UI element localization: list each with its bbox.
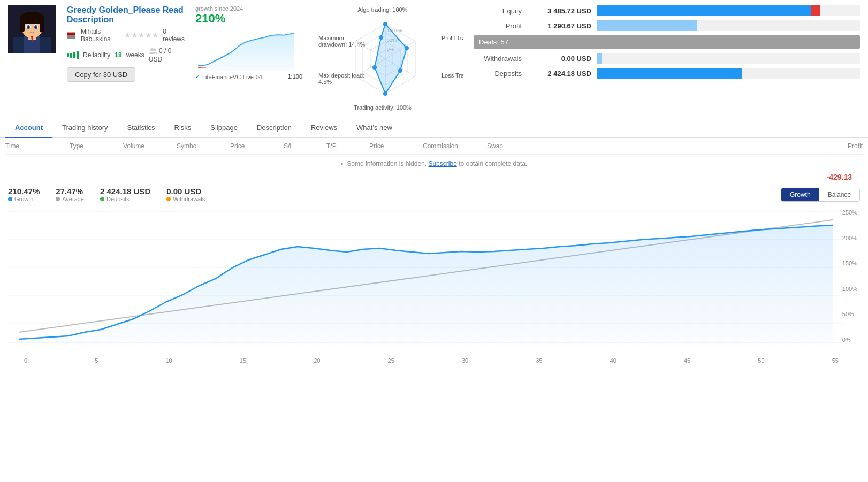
average-dot (56, 197, 60, 201)
chart-stat-withdrawals: 0.00 USD Withdrawals (166, 187, 205, 202)
average-label-text: Average (62, 196, 84, 202)
growth-toggle-button[interactable]: Growth (781, 188, 819, 201)
tab-risks[interactable]: Risks (165, 118, 201, 138)
col-header-tp: T/P (326, 142, 369, 150)
chart-stat-growth: 210.47% Growth (8, 187, 40, 202)
col-header-volume: Volume (123, 142, 177, 150)
profit-label: Profit (474, 22, 522, 30)
tabs-bar: Account Trading history Statistics Risks… (0, 118, 868, 138)
profit-row: Profit 1 290.67 USD (474, 20, 860, 31)
hidden-info-row: ▪ Some information is hidden. Subscribe … (5, 155, 863, 173)
tab-whats-new[interactable]: What's new (347, 118, 402, 138)
svg-point-40 (372, 65, 377, 70)
svg-text:Maximum: Maximum (318, 35, 344, 41)
svg-point-41 (379, 35, 383, 40)
deposits-bar (597, 68, 860, 79)
equity-bar (597, 5, 860, 16)
svg-point-13 (28, 26, 29, 28)
svg-text:Trading activity: 100%: Trading activity: 100% (354, 104, 412, 111)
radar-chart-section: Algo trading: 100% Profit Trades: 66.7% … (313, 5, 463, 112)
growth-label-text: Growth (14, 196, 33, 202)
col-header-price2: Price (369, 142, 423, 150)
deals-label: Deals: 57 (479, 38, 508, 46)
avatar (8, 5, 56, 53)
tab-reviews[interactable]: Reviews (301, 118, 347, 138)
tab-slippage[interactable]: Slippage (201, 118, 247, 138)
col-header-sl: S/L (284, 142, 326, 150)
subscribe-link[interactable]: Subscribe (428, 160, 456, 167)
col-header-time: Time (5, 142, 70, 150)
svg-rect-7 (20, 19, 25, 32)
tab-trading-history[interactable]: Trading history (52, 118, 118, 138)
chart-stat-average: 27.47% Average (56, 187, 84, 202)
subscribe-suffix: to obtain complete data. (459, 160, 527, 167)
svg-point-15 (150, 48, 154, 51)
col-header-type: Type (70, 142, 123, 150)
svg-rect-8 (40, 19, 44, 32)
withdrawals-bar (597, 53, 860, 64)
reliability-label: Reliability (83, 51, 110, 59)
stats-panel: Equity 3 485.72 USD Profit 1 290.67 USD … (474, 5, 860, 83)
header-info: Greedy Golden_Please Read Description Mi… (67, 5, 185, 82)
reliability-row: Reliability 18 weeks 0 / 0 USD (67, 47, 185, 63)
profit-value: 1 290.67 USD (527, 22, 591, 30)
deposits-dot (100, 197, 104, 201)
svg-text:drawdown: 14.4%: drawdown: 14.4% (318, 41, 366, 48)
radar-chart: Algo trading: 100% Profit Trades: 66.7% … (313, 5, 463, 112)
balance-toggle-button[interactable]: Balance (819, 188, 859, 201)
copy-button[interactable]: Copy for 30 USD (67, 67, 135, 82)
tab-account[interactable]: Account (5, 118, 52, 138)
reviews-count: 0 reviews (163, 28, 185, 43)
meta-row: Mihails Babuskins ★ ★ ★ ★ ★ 0 reviews (67, 28, 185, 43)
table-section: Time Type Volume Symbol Price S/L T/P Pr… (0, 138, 868, 181)
col-header-price: Price (230, 142, 284, 150)
svg-text:Profit Trades: 66.7%: Profit Trades: 66.7% (441, 35, 463, 41)
hidden-message: Some information is hidden. (347, 160, 427, 167)
balance-display: 0 / 0 USD (149, 47, 185, 63)
people-icon (149, 47, 157, 56)
equity-label: Equity (474, 7, 522, 15)
top-section: Greedy Golden_Please Read Description Mi… (0, 0, 868, 118)
weeks-label: weeks (126, 51, 144, 59)
deposits-label: Deposits (474, 70, 522, 78)
growth-since-label: growth since 2024 (195, 5, 302, 12)
withdrawals-dot (166, 197, 171, 201)
broker-name: LiteFinanceVC-Live-04 (202, 74, 262, 80)
main-chart-svg (8, 206, 860, 346)
x-axis-labels: 0 5 10 15 20 25 30 35 40 45 50 55 (8, 356, 860, 364)
withdrawals-label-text: Withdrawals (173, 196, 205, 202)
equity-value: 3 485.72 USD (527, 7, 591, 15)
growth-percentage: 210% (195, 12, 302, 26)
svg-text:Loss Trades: 33.3%: Loss Trades: 33.3% (441, 72, 463, 79)
hidden-icon: ▪ (341, 160, 343, 167)
tab-statistics[interactable]: Statistics (118, 118, 165, 138)
broker-badge: ✓ LiteFinanceVC-Live-04 (195, 73, 262, 80)
mini-chart-section: growth since 2024 210% ✓ LiteFinanceVC-L… (195, 5, 302, 75)
total-profit: -429.13 (5, 173, 863, 181)
main-chart-wrapper: 250% 200% 150% 100% 50% 0% (8, 206, 860, 356)
withdrawals-row: Withdrawals 0.00 USD (474, 53, 860, 64)
avatar-image (8, 5, 56, 53)
svg-text:Algo trading: 100%: Algo trading: 100% (358, 6, 408, 13)
deposits-label-text: Deposits (106, 196, 130, 202)
mini-line-chart (195, 28, 297, 71)
tab-description[interactable]: Description (247, 118, 301, 138)
author-name: Mihails Babuskins (81, 28, 120, 43)
svg-text:4.5%: 4.5% (318, 79, 332, 85)
col-header-symbol: Symbol (177, 142, 230, 150)
deposits-value: 2 424.18 USD (527, 70, 591, 78)
flag-icon (67, 32, 75, 39)
star-rating: ★ ★ ★ ★ ★ (125, 32, 158, 39)
growth-dot (8, 197, 12, 201)
svg-marker-35 (375, 24, 407, 94)
svg-point-36 (383, 22, 387, 26)
svg-point-38 (398, 68, 402, 73)
withdrawals-value: 0.00 USD (527, 55, 591, 63)
page-title: Greedy Golden_Please Read Description (67, 5, 185, 25)
svg-point-39 (383, 91, 387, 96)
chart-stat-deposits: 2 424.18 USD Deposits (100, 187, 150, 202)
col-header-profit: Profit (540, 142, 863, 150)
chart-toggle: Growth Balance (781, 188, 860, 202)
table-header: Time Type Volume Symbol Price S/L T/P Pr… (5, 138, 863, 155)
profit-bar (597, 20, 860, 31)
